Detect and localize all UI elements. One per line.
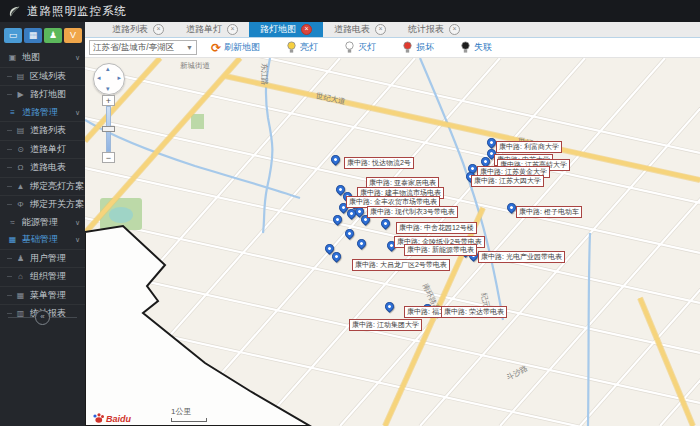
menu-label: 绑定亮灯方案 — [30, 180, 84, 193]
sidebar-collapse-button[interactable]: « — [35, 310, 50, 325]
menu-label: 道路单灯 — [30, 143, 66, 156]
map-toolbar: 江苏省/盐城市/亭湖区 ▼ ⟳ 刷新地图 亮灯灭灯损坏失联 — [85, 38, 700, 58]
map-scale-label: 1公里 — [171, 407, 191, 416]
sidebar-section-地图[interactable]: ▣地图∨ — [0, 49, 85, 67]
pan-right-icon[interactable]: ▸ — [117, 74, 121, 82]
app-button-user[interactable]: ♟ — [44, 28, 62, 43]
sidebar-item-绑定开关方案[interactable]: Φ绑定开关方案 — [0, 195, 85, 214]
map-scale-bar — [171, 418, 207, 422]
sidebar-section-能源管理[interactable]: ≈能源管理∨ — [0, 214, 85, 232]
pan-up-icon[interactable]: ▴ — [106, 65, 110, 73]
app-button-monitor[interactable]: ▭ — [4, 28, 22, 43]
legend-失联[interactable]: 失联 — [460, 41, 492, 54]
menu-label: 菜单管理 — [30, 289, 66, 302]
chevron-down-icon: ∨ — [75, 236, 80, 244]
menu-label: 绑定开关方案 — [30, 198, 84, 211]
tab-label: 道路电表 — [334, 23, 370, 36]
bulb-icon — [286, 41, 297, 54]
map-nav-control: ▴ ▾ ◂ ▸ + − — [93, 63, 125, 95]
tab-label: 道路列表 — [112, 23, 148, 36]
sidebar-item-道路列表[interactable]: ▤道路列表 — [0, 121, 85, 140]
tab-道路单灯[interactable]: 道路单灯× — [175, 22, 249, 37]
scheme-icon: ▲ — [15, 182, 26, 191]
zoom-in-button[interactable]: + — [102, 95, 115, 106]
sidebar-item-菜单管理[interactable]: ▦菜单管理 — [0, 286, 85, 305]
legend-label: 损坏 — [416, 41, 434, 54]
sidebar-item-路灯地图[interactable]: ▶路灯地图 — [0, 85, 85, 104]
pan-left-icon[interactable]: ◂ — [97, 74, 101, 82]
marker-label: 康中路: 江动集团大学 — [349, 319, 422, 331]
app-switcher: ▭▦♟V — [0, 22, 85, 47]
baidu-logo-text: Baidu — [106, 414, 131, 424]
tab-close-icon[interactable]: × — [375, 24, 386, 35]
marker-label: 康中路: 新能源带电表 — [404, 244, 477, 256]
app-title: 道路照明监控系统 — [27, 4, 127, 19]
zoom-out-button[interactable]: − — [102, 152, 115, 163]
tab-close-icon[interactable]: × — [227, 24, 238, 35]
tab-路灯地图[interactable]: 路灯地图× — [249, 22, 323, 37]
legend-亮灯[interactable]: 亮灯 — [286, 41, 318, 54]
menu-icon: ≡ — [7, 108, 18, 117]
menu-label: 道路列表 — [30, 124, 66, 137]
road-label: 东江路 — [259, 63, 269, 86]
marker-label: 康中路: 现代制衣3号带电表 — [367, 206, 458, 218]
sidebar-item-区域列表[interactable]: ▤区域列表 — [0, 67, 85, 86]
bulb-icon — [344, 41, 355, 54]
arrow-icon: ▶ — [15, 90, 26, 99]
org-icon: ⌂ — [15, 272, 26, 281]
sidebar-item-道路电表[interactable]: Ω道路电表 — [0, 158, 85, 177]
menu-label: 道路电表 — [30, 161, 66, 174]
menu-label: 用户管理 — [30, 252, 66, 265]
region-select-value: 江苏省/盐城市/亭湖区 — [93, 42, 174, 54]
sidebar-item-绑定亮灯方案[interactable]: ▲绑定亮灯方案 — [0, 177, 85, 196]
legend-label: 失联 — [474, 41, 492, 54]
tab-close-icon[interactable]: × — [301, 24, 312, 35]
district-boundary — [85, 226, 310, 426]
menu-label: 组织管理 — [30, 270, 66, 283]
grid-icon: ▦ — [7, 235, 18, 244]
app-button-shield[interactable]: V — [64, 28, 82, 43]
refresh-map-button[interactable]: ⟳ 刷新地图 — [211, 41, 260, 54]
menu-label: 基础管理 — [22, 233, 58, 246]
tab-统计报表[interactable]: 统计报表× — [397, 22, 471, 37]
zoom-slider-handle[interactable] — [102, 126, 115, 132]
tab-close-icon[interactable]: × — [449, 24, 460, 35]
energy-icon: ≈ — [7, 218, 18, 227]
marker-label: 康中路: 利富商大学 — [496, 141, 562, 153]
map-scale: 1公里 — [171, 406, 207, 422]
sidebar-section-基础管理[interactable]: ▦基础管理∨ — [0, 231, 85, 249]
tab-道路列表[interactable]: 道路列表× — [101, 22, 175, 37]
power-icon: Φ — [15, 200, 26, 209]
legend-灭灯[interactable]: 灭灯 — [344, 41, 376, 54]
refresh-icon: ⟳ — [211, 43, 221, 53]
list-icon: ▤ — [15, 72, 26, 81]
sidebar-section-道路管理[interactable]: ≡道路管理∨ — [0, 104, 85, 122]
sidebar-item-用户管理[interactable]: ♟用户管理 — [0, 249, 85, 268]
map-canvas[interactable]: ▴ ▾ ◂ ▸ + − 新城街道东江路世纪大道世纪大道南环路高架纪元路斗沙路康中… — [85, 58, 700, 426]
app-button-grid[interactable]: ▦ — [24, 28, 42, 43]
sidebar-item-组织管理[interactable]: ⌂组织管理 — [0, 267, 85, 286]
road-label: 新城街道 — [180, 61, 210, 71]
sidebar-item-道路单灯[interactable]: ⊙道路单灯 — [0, 140, 85, 159]
tab-bar: 道路列表×道路单灯×路灯地图×道路电表×统计报表× — [85, 22, 700, 38]
baidu-logo: Baidu — [92, 413, 131, 424]
marker-label: 康中路: 大昌龙厂区2号带电表 — [352, 259, 450, 271]
map-zoom-bar: + − — [102, 95, 115, 163]
chevron-down-icon: ∨ — [75, 219, 80, 227]
table-icon: ▦ — [15, 291, 26, 300]
tab-close-icon[interactable]: × — [153, 24, 164, 35]
map-pan-compass[interactable]: ▴ ▾ ◂ ▸ — [93, 63, 125, 95]
tab-label: 统计报表 — [408, 23, 444, 36]
tab-道路电表[interactable]: 道路电表× — [323, 22, 397, 37]
meter-icon: Ω — [15, 163, 26, 172]
marker-label: 康中路: 荣达带电表 — [441, 306, 507, 318]
bulb-icon — [402, 41, 413, 54]
refresh-label: 刷新地图 — [224, 41, 260, 54]
chevron-down-icon: ∨ — [75, 109, 80, 117]
region-select[interactable]: 江苏省/盐城市/亭湖区 ▼ — [89, 40, 197, 55]
pan-down-icon[interactable]: ▾ — [106, 85, 110, 93]
sidebar-menu: ▣地图∨▤区域列表▶路灯地图≡道路管理∨▤道路列表⊙道路单灯Ω道路电表▲绑定亮灯… — [0, 49, 85, 323]
legend-损坏[interactable]: 损坏 — [402, 41, 434, 54]
menu-label: 地图 — [22, 51, 40, 64]
list-icon: ▤ — [15, 126, 26, 135]
